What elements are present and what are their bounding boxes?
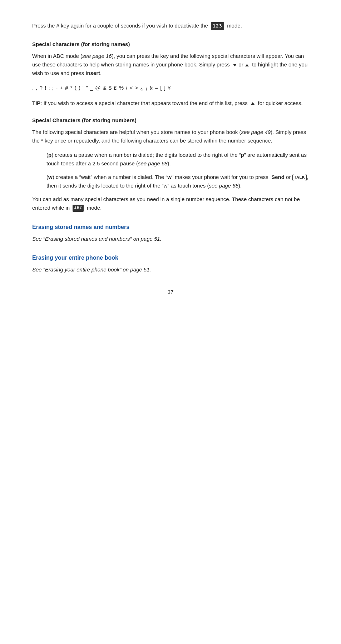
tip-block: TIP: If you wish to access a special cha… <box>32 99 309 108</box>
section-erasing-phonebook: Erasing your entire phone book See “Eras… <box>32 254 309 274</box>
intro-paragraph: Press the # key again for a couple of se… <box>32 21 309 30</box>
section2-para2: You can add as many special characters a… <box>32 195 309 212</box>
section4-heading: Erasing your entire phone book <box>32 254 309 263</box>
section1-heading: Special characters (for storing names) <box>32 40 309 48</box>
page-number: 37 <box>32 288 309 296</box>
section2-para1: The following special characters are hel… <box>32 128 309 145</box>
indent-w-block: (w) creates a “wait” when a number is di… <box>46 173 309 190</box>
badge-abc: ABC <box>73 205 84 212</box>
section3-heading: Erasing stored names and numbers <box>32 223 309 232</box>
triangle-up-icon-tip <box>251 102 254 105</box>
tip-label: TIP <box>32 100 40 106</box>
section1-para1: When in ABC mode (see page 16), you can … <box>32 52 309 78</box>
section-special-chars-numbers: Special Characters (for storing numbers)… <box>32 116 309 212</box>
triangle-down-icon <box>233 64 237 66</box>
section2-heading: Special Characters (for storing numbers) <box>32 116 309 124</box>
section4-ref: See “Erasing your entire phone book” on … <box>32 265 309 274</box>
section3-ref: See “Erasing stored names and numbers” o… <box>32 235 309 243</box>
intro-text2: mode. <box>227 23 242 29</box>
section-special-chars-names: Special characters (for storing names) W… <box>32 40 309 108</box>
triangle-up-icon <box>245 64 249 66</box>
special-chars-list: . , ? ! : ; - + # * ( ) ' " _ @ & $ £ % … <box>32 83 309 93</box>
badge-123: 123 <box>211 22 224 30</box>
talk-badge: TALK <box>292 174 307 181</box>
section-erasing-names: Erasing stored names and numbers See “Er… <box>32 223 309 243</box>
intro-text: Press the # key again for a couple of se… <box>32 23 208 29</box>
indent-p-block: (p) creates a pause when a number is dia… <box>46 151 309 168</box>
